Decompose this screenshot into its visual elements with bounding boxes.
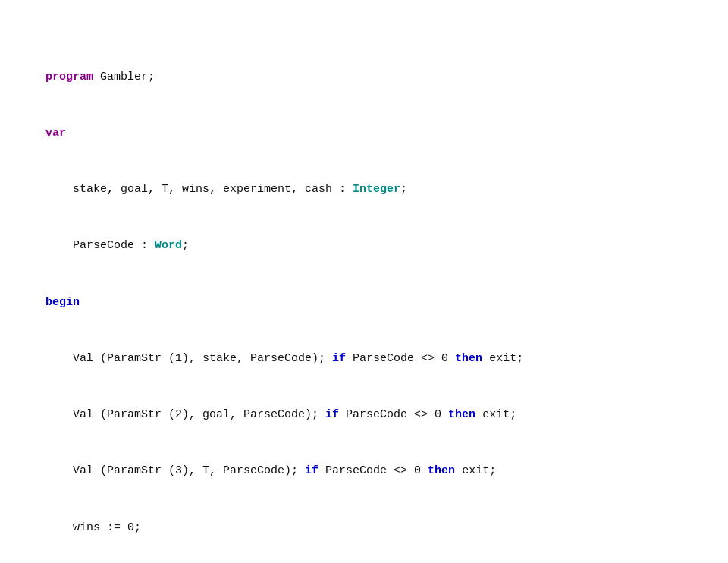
line-8-normal2: ParseCode <> 0 (318, 464, 428, 477)
line-6-normal: Val (ParamStr (1), stake, ParseCode); (46, 352, 332, 365)
line-3-left: stake, goal, T, wins, experiment, cash :… (46, 181, 407, 200)
line-7-normal: Val (ParamStr (2), goal, ParseCode); (46, 408, 325, 421)
line-4-left: ParseCode : Word; (46, 237, 189, 256)
kw-begin-1: begin (46, 296, 80, 309)
line-6-normal3: exit; (482, 352, 523, 365)
kw-integer-1: Integer (353, 183, 400, 196)
line-6-normal2: ParseCode <> 0 (346, 352, 455, 365)
line-4: ParseCode : Word; (46, 237, 682, 256)
line-9-normal: wins := 0; (46, 521, 141, 534)
kw-word: Word (155, 239, 182, 252)
line-7-normal2: ParseCode <> 0 (339, 408, 448, 421)
line-7-normal3: exit; (475, 408, 516, 421)
line-2-left: var (46, 124, 66, 143)
line-3-normal: stake, goal, T, wins, experiment, cash : (46, 183, 353, 196)
kw-then-1: then (455, 352, 482, 365)
line-5: begin (46, 294, 682, 313)
kw-then-2: then (448, 408, 475, 421)
line-9: wins := 0; (46, 519, 682, 538)
line-9-left: wins := 0; (46, 519, 141, 538)
kw-if-1: if (332, 352, 346, 365)
kw-program: program (46, 71, 93, 83)
line-6: Val (ParamStr (1), stake, ParseCode); if… (46, 350, 682, 369)
line-4-normal2: ; (182, 239, 189, 252)
line-3-normal2: ; (400, 183, 407, 196)
kw-then-3: then (428, 464, 455, 477)
line-8-normal3: exit; (455, 464, 496, 477)
line-8: Val (ParamStr (3), T, ParseCode); if Par… (46, 462, 682, 481)
line-3: stake, goal, T, wins, experiment, cash :… (46, 181, 682, 200)
line-7-left: Val (ParamStr (2), goal, ParseCode); if … (46, 406, 516, 425)
line-1: program Gambler; (46, 68, 682, 87)
line-8-normal: Val (ParamStr (3), T, ParseCode); (46, 464, 305, 477)
line-4-normal: ParseCode : (46, 239, 155, 252)
line-1-left: program Gambler; (46, 68, 155, 87)
line-2: var (46, 124, 682, 143)
line-7: Val (ParamStr (2), goal, ParseCode); if … (46, 406, 682, 425)
kw-if-3: if (305, 464, 318, 477)
line-8-left: Val (ParamStr (3), T, ParseCode); if Par… (46, 462, 496, 481)
line-1-normal: Gambler; (93, 71, 155, 83)
line-5-left: begin (46, 294, 80, 313)
code-container: program Gambler; var stake, goal, T, win… (0, 0, 728, 563)
kw-if-2: if (325, 408, 339, 421)
kw-var: var (46, 127, 66, 140)
line-6-left: Val (ParamStr (1), stake, ParseCode); if… (46, 350, 523, 369)
code-block: program Gambler; var stake, goal, T, win… (46, 30, 682, 563)
